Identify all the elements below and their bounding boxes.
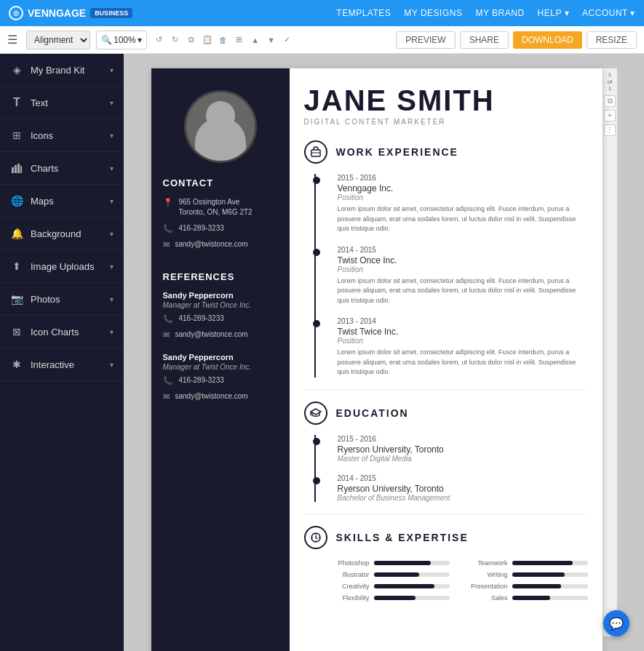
work-experience-title: WORK EXPERIENCE bbox=[336, 146, 458, 158]
work-item-2: 2013 - 2014 Twist Twice Inc. Position Lo… bbox=[327, 317, 588, 378]
nav-account[interactable]: ACCOUNT ▾ bbox=[582, 8, 635, 18]
skill-name-illustrator: Illustrator bbox=[326, 571, 370, 578]
logo-text: VENNGAGE bbox=[28, 7, 86, 19]
education-title: EDUCATION bbox=[336, 407, 409, 419]
sidebar-item-text[interactable]: T Text ▾ bbox=[0, 87, 124, 119]
logo[interactable]: ◎ VENNGAGE BUSINESS bbox=[9, 6, 132, 20]
sidebar-label-charts: Charts bbox=[31, 163, 103, 174]
panel-more-btn[interactable]: ⋮ bbox=[604, 124, 616, 136]
paste-icon[interactable]: 📋 bbox=[201, 33, 214, 47]
skill-name-sales: Sales bbox=[464, 594, 508, 602]
sidebar-item-maps[interactable]: 🌐 Maps ▾ bbox=[0, 185, 124, 217]
skill-bar-illustrator bbox=[374, 572, 450, 577]
edu-year-0: 2015 - 2016 bbox=[338, 435, 588, 443]
reference-2: Sandy Peppercorn Manager at Twist Once I… bbox=[163, 353, 278, 402]
chat-bubble[interactable]: 💬 bbox=[603, 610, 629, 636]
sidebar: ◈ My Brand Kit ▾ T Text ▾ ⊞ Icons ▾ Char… bbox=[0, 54, 124, 651]
profile-photo bbox=[184, 90, 257, 163]
sidebar-item-icon-charts[interactable]: ⊠ Icon Charts ▾ bbox=[0, 316, 124, 348]
edu-school-0: Ryerson University, Toronto bbox=[338, 444, 588, 455]
skills-icon bbox=[304, 526, 327, 549]
my-brand-icon: ◈ bbox=[10, 63, 23, 76]
check-icon[interactable]: ✓ bbox=[281, 33, 294, 47]
copy-icon[interactable]: ⧉ bbox=[185, 33, 198, 47]
svg-rect-2 bbox=[17, 164, 20, 173]
skill-creativity: Creativity bbox=[326, 583, 450, 590]
resume-canvas: CONTACT 📍 965 Ossington Ave Toronto, ON,… bbox=[151, 68, 603, 651]
skill-photoshop: Photoshop bbox=[326, 559, 450, 567]
zoom-value: 100% bbox=[114, 35, 136, 45]
nav-my-designs[interactable]: MY DESIGNS bbox=[404, 8, 462, 18]
sidebar-item-interactive[interactable]: ✱ Interactive ▾ bbox=[0, 348, 124, 381]
maps-icon: 🌐 bbox=[10, 194, 23, 207]
canvas-area[interactable]: CONTACT 📍 965 Ossington Ave Toronto, ON,… bbox=[124, 54, 644, 651]
alignment-select[interactable]: Alignment bbox=[26, 31, 90, 49]
sidebar-item-charts[interactable]: Charts ▾ bbox=[0, 152, 124, 185]
panel-copy-btn[interactable]: ⧉ bbox=[604, 95, 616, 107]
skills-header: SKILLS & EXPERTISE bbox=[304, 526, 588, 549]
ref1-email: ✉ sandy@twistonce.com bbox=[163, 330, 278, 340]
share-button[interactable]: SHARE bbox=[460, 31, 509, 49]
redo-icon[interactable]: ↻ bbox=[169, 33, 182, 47]
sidebar-item-icons[interactable]: ⊞ Icons ▾ bbox=[0, 119, 124, 152]
sidebar-item-image-uploads[interactable]: ⬆ Image Uploads ▾ bbox=[0, 250, 124, 283]
edu-year-1: 2014 - 2015 bbox=[338, 474, 588, 482]
nav-help[interactable]: HELP ▾ bbox=[538, 8, 569, 18]
skill-fill-presentation bbox=[512, 584, 562, 588]
work-company-1: Twist Once Inc. bbox=[338, 255, 588, 265]
sidebar-label-image-uploads: Image Uploads bbox=[31, 261, 103, 272]
nav-my-brand[interactable]: MY BRAND bbox=[475, 8, 524, 18]
zoom-control[interactable]: 🔍 100% ▾ bbox=[96, 31, 147, 49]
icons-icon: ⊞ bbox=[10, 129, 23, 142]
panel-add-btn[interactable]: + bbox=[604, 110, 616, 121]
undo-icon[interactable]: ↺ bbox=[153, 33, 166, 47]
ref2-position: Manager at Twist Once Inc. bbox=[163, 363, 278, 371]
ref1-email-icon: ✉ bbox=[163, 330, 170, 340]
main-layout: ◈ My Brand Kit ▾ T Text ▾ ⊞ Icons ▾ Char… bbox=[0, 54, 644, 651]
download-button[interactable]: DOWNLOAD bbox=[513, 31, 582, 49]
skill-bar-creativity bbox=[374, 584, 450, 588]
sidebar-item-photos[interactable]: 📷 Photos ▾ bbox=[0, 283, 124, 316]
contact-email: ✉ sandy@twistonce.com bbox=[163, 239, 278, 249]
photos-icon: 📷 bbox=[10, 292, 23, 305]
hamburger-icon[interactable]: ☰ bbox=[7, 33, 17, 47]
work-experience-header: WORK EXPERIENCE bbox=[304, 140, 588, 164]
contact-phone: 📞 416-289-3233 bbox=[163, 223, 278, 233]
page-indicator: 1 of 1 bbox=[608, 71, 613, 92]
delete-icon[interactable]: 🗑 bbox=[217, 33, 230, 47]
ref2-phone: 📞 416-289-3233 bbox=[163, 375, 278, 386]
action-buttons: PREVIEW SHARE DOWNLOAD RESIZE bbox=[396, 31, 637, 49]
resume-name: JANE SMITH bbox=[304, 86, 588, 115]
chevron-icon-6: ▾ bbox=[110, 263, 114, 271]
skill-name-presentation: Presentation bbox=[464, 583, 508, 590]
work-position-0: Position bbox=[338, 193, 588, 201]
chevron-icon-1: ▾ bbox=[110, 99, 114, 107]
svg-rect-3 bbox=[20, 166, 22, 173]
phone-icon: 📞 bbox=[163, 224, 173, 233]
preview-button[interactable]: PREVIEW bbox=[396, 31, 455, 49]
page-of: of bbox=[608, 79, 613, 85]
skill-bar-photoshop bbox=[374, 561, 450, 565]
work-item-1: 2014 - 2015 Twist Once Inc. Position Lor… bbox=[327, 246, 588, 306]
skills-right: Teamwork Writing Presentat bbox=[464, 559, 588, 606]
down-icon[interactable]: ▼ bbox=[265, 33, 278, 47]
sidebar-item-my-brand[interactable]: ◈ My Brand Kit ▾ bbox=[0, 54, 124, 87]
text-icon: T bbox=[10, 96, 23, 109]
resize-button[interactable]: RESIZE bbox=[587, 31, 637, 49]
ref2-phone-icon: 📞 bbox=[163, 376, 173, 386]
work-desc-2: Lorem ipsum dolor sit amet, consectetur … bbox=[338, 348, 588, 378]
skill-bar-sales bbox=[512, 596, 588, 600]
nav-links: TEMPLATES MY DESIGNS MY BRAND HELP ▾ ACC… bbox=[336, 8, 635, 18]
up-icon[interactable]: ▲ bbox=[249, 33, 262, 47]
chevron-icon-4: ▾ bbox=[110, 197, 114, 205]
skills-title: SKILLS & EXPERTISE bbox=[336, 532, 469, 543]
chevron-icon-9: ▾ bbox=[110, 361, 114, 369]
skill-fill-illustrator bbox=[374, 572, 419, 577]
nav-templates[interactable]: TEMPLATES bbox=[336, 8, 391, 18]
sidebar-label-my-brand: My Brand Kit bbox=[31, 65, 103, 76]
align-icon[interactable]: ⊞ bbox=[233, 33, 246, 47]
sidebar-item-background[interactable]: 🔔 Background ▾ bbox=[0, 217, 124, 250]
sidebar-label-text: Text bbox=[31, 97, 103, 108]
skill-name-teamwork: Teamwork bbox=[464, 559, 508, 567]
svg-rect-1 bbox=[15, 165, 17, 173]
